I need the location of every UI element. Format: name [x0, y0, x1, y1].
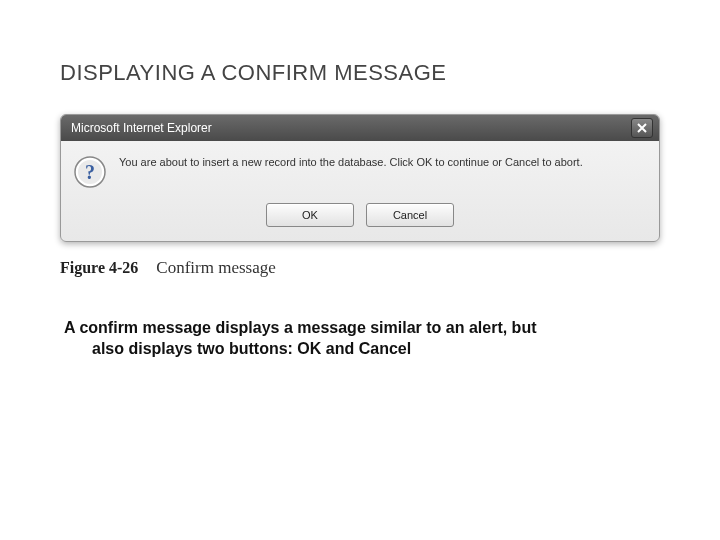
figure-number: Figure 4-26	[60, 259, 138, 277]
confirm-dialog: Microsoft Internet Explorer ? You are ab…	[60, 114, 660, 242]
description-line-1: A confirm message displays a message sim…	[64, 319, 536, 336]
dialog-button-row: OK Cancel	[61, 197, 659, 241]
ok-button[interactable]: OK	[266, 203, 354, 227]
description-line-2: also displays two buttons: OK and Cancel	[64, 339, 660, 360]
cancel-button[interactable]: Cancel	[366, 203, 454, 227]
question-icon: ?	[73, 155, 107, 189]
close-icon	[637, 119, 647, 137]
close-button[interactable]	[631, 118, 653, 138]
dialog-body: ? You are about to insert a new record i…	[61, 141, 659, 197]
slide-description: A confirm message displays a message sim…	[60, 318, 660, 360]
slide-title: DISPLAYING A CONFIRM MESSAGE	[60, 60, 660, 86]
figure-title: Confirm message	[156, 258, 275, 278]
dialog-title-text: Microsoft Internet Explorer	[71, 121, 212, 135]
svg-text:?: ?	[85, 161, 95, 183]
dialog-titlebar: Microsoft Internet Explorer	[61, 115, 659, 141]
dialog-message: You are about to insert a new record int…	[119, 155, 583, 170]
figure-caption: Figure 4-26 Confirm message	[60, 258, 660, 278]
